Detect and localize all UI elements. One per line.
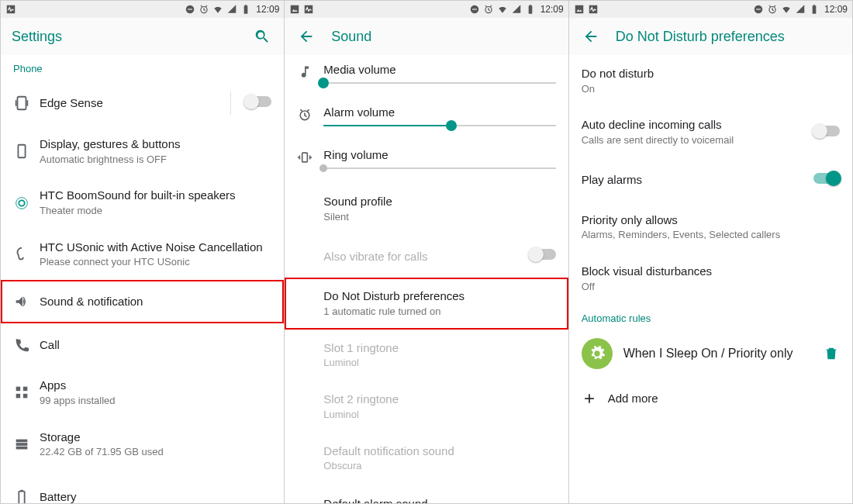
row-sub: 1 automatic rule turned on (323, 306, 555, 319)
row-call[interactable]: Call (1, 323, 284, 367)
slider-label: Alarm volume (323, 105, 555, 119)
svg-rect-13 (16, 439, 28, 442)
row-sub: Obscura (323, 460, 555, 473)
row-default-notif: Default notification sound Obscura (285, 433, 568, 484)
row-usonic[interactable]: HTC USonic with Active Noise Cancellatio… (1, 229, 284, 280)
signal-status-icon (511, 4, 522, 15)
svg-rect-10 (23, 387, 28, 392)
alarm-status-icon (199, 4, 209, 15)
wifi-status-icon (212, 4, 223, 15)
back-button[interactable] (580, 26, 602, 47)
row-sub: Silent (323, 211, 555, 224)
gear-icon (582, 338, 613, 369)
delete-rule-button[interactable] (823, 345, 840, 362)
appbar-title: Sound (331, 29, 371, 45)
search-icon (254, 28, 271, 45)
row-add-more[interactable]: Add more (569, 377, 852, 420)
slider-ring[interactable]: Ring volume (285, 140, 568, 183)
panel-dnd: 12:09 Do Not Disturb preferences Do not … (569, 1, 852, 503)
row-dnd[interactable]: Do not disturb On (569, 55, 852, 106)
search-button[interactable] (251, 26, 273, 47)
plus-icon (582, 391, 608, 406)
slider-alarm[interactable]: Alarm volume (285, 98, 568, 140)
svg-rect-25 (302, 153, 308, 162)
svg-rect-26 (575, 5, 583, 14)
svg-rect-17 (20, 490, 23, 492)
slider-track[interactable] (323, 125, 555, 126)
battery-status-icon (525, 4, 536, 15)
edge-sense-toggle[interactable] (245, 96, 271, 107)
activity-icon (303, 4, 314, 15)
row-play-alarms[interactable]: Play alarms (569, 158, 852, 202)
row-display[interactable]: Display, gestures & buttons Automatic br… (1, 126, 284, 177)
row-title: Add more (608, 391, 840, 406)
svg-rect-12 (23, 394, 28, 398)
row-priority[interactable]: Priority only allows Alarms, Reminders, … (569, 202, 852, 253)
row-sub: Calls are sent directly to voicemail (582, 134, 807, 147)
battery-status-icon (809, 4, 820, 15)
row-storage[interactable]: Storage 22.42 GB of 71.95 GB used (1, 419, 284, 470)
row-default-alarm[interactable]: Default alarm sound Polychrome (285, 484, 568, 503)
svg-rect-11 (16, 394, 21, 398)
ear-icon (13, 246, 40, 263)
row-boomsound[interactable]: HTC BoomSound for built-in speakers Thea… (1, 177, 284, 228)
apps-icon (13, 384, 40, 401)
row-sub: Please connect your HTC USonic (40, 256, 271, 269)
row-sound-profile[interactable]: Sound profile Silent (285, 183, 568, 234)
appbar: Do Not Disturb preferences (569, 18, 852, 55)
slider-label: Ring volume (323, 148, 555, 161)
row-sub: Theater mode (40, 205, 271, 218)
status-clock: 12:09 (256, 4, 279, 15)
row-dnd-preferences[interactable]: Do Not Disturb preferences 1 automatic r… (285, 278, 568, 329)
display-icon (13, 143, 40, 160)
play-alarms-toggle[interactable] (813, 173, 840, 184)
svg-rect-1 (188, 9, 192, 9)
signal-status-icon (226, 4, 237, 15)
row-title: Do not disturb (582, 66, 840, 81)
vibration-icon (297, 150, 323, 165)
row-slot1: Slot 1 ringtone Luminol (285, 330, 568, 381)
dnd-status-icon (185, 4, 195, 15)
divider (230, 91, 231, 115)
row-title: Default notification sound (323, 444, 555, 459)
row-block-visual[interactable]: Block visual disturbances Off (569, 253, 852, 304)
wifi-status-icon (781, 4, 792, 15)
activity-icon (5, 4, 16, 15)
row-sub: Alarms, Reminders, Events, Selected call… (582, 229, 840, 242)
signal-status-icon (795, 4, 806, 15)
svg-rect-15 (16, 447, 28, 450)
row-title: Do Not Disturb preferences (323, 288, 555, 304)
row-apps[interactable]: Apps 99 apps installed (1, 367, 284, 418)
row-sub: Off (582, 281, 840, 294)
svg-rect-30 (813, 5, 817, 13)
boomsound-icon (13, 195, 40, 212)
row-sub: Luminol (323, 357, 555, 370)
svg-rect-31 (813, 5, 815, 5)
slider-media[interactable]: Media volume (285, 55, 568, 98)
slider-track[interactable] (323, 82, 555, 84)
row-title: Sound profile (323, 194, 555, 209)
appbar-title: Settings (12, 29, 62, 45)
row-title: Slot 2 ringtone (323, 392, 555, 407)
svg-rect-9 (16, 387, 21, 392)
row-sound-notification[interactable]: Sound & notification (1, 280, 284, 323)
row-title: Slot 1 ringtone (323, 340, 555, 356)
storage-icon (13, 436, 40, 453)
svg-rect-14 (16, 443, 28, 446)
row-title: Auto decline incoming calls (582, 117, 807, 133)
row-auto-decline[interactable]: Auto decline incoming calls Calls are se… (569, 106, 852, 157)
row-battery[interactable]: Battery (1, 470, 284, 503)
svg-rect-28 (756, 9, 761, 9)
auto-decline-toggle[interactable] (813, 126, 840, 136)
section-label-rules: Automatic rules (569, 305, 852, 330)
rule-when-i-sleep[interactable]: When I Sleep On / Priority only (569, 330, 852, 377)
slider-track[interactable] (323, 167, 555, 169)
status-clock: 12:09 (540, 4, 564, 15)
row-title: Also vibrate for calls (323, 249, 523, 264)
row-sub: 22.42 GB of 71.95 GB used (40, 446, 271, 459)
svg-point-7 (19, 200, 24, 205)
panel-sound: 12:09 Sound Media volume Alarm volume (285, 1, 568, 503)
row-edge-sense[interactable]: Edge Sense (1, 81, 284, 126)
dnd-status-icon (753, 4, 764, 15)
back-button[interactable] (295, 26, 317, 47)
